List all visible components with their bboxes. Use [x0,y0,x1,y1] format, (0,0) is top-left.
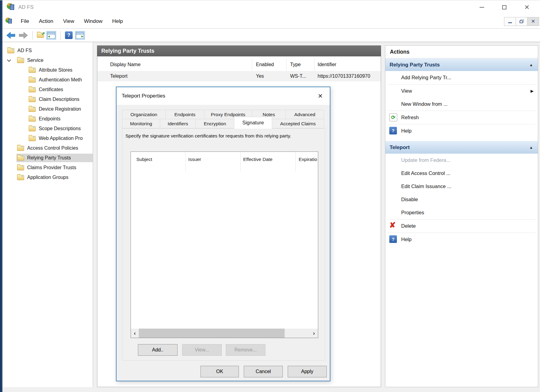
tree-item-access-control-policies[interactable]: Access Control Policies [2,143,93,153]
action-edit-access-control[interactable]: Edit Access Control ... [385,167,538,180]
column-expiration[interactable]: Expiratio [296,152,318,171]
tree-item-label: Scope Descriptions [39,126,81,131]
tab-accepted-claims[interactable]: Accepted Claims [272,119,324,128]
column-effective-date[interactable]: Effective Date [241,152,296,171]
ok-button[interactable]: OK [200,366,239,377]
column-issuer[interactable]: Issuer [186,152,241,171]
window-close-button[interactable]: ✕ [523,3,531,11]
folder-icon [7,48,14,53]
tree-item-authentication-methods[interactable]: Authentication Meth [2,75,93,85]
add-button[interactable]: Add.. [138,344,178,356]
column-display-name[interactable]: Display Name [97,58,252,71]
tab-signature[interactable]: Signature [234,117,272,129]
tab-description: Specify the signature verification certi… [125,132,314,139]
tree-item-relying-party-trusts[interactable]: Relying Party Trusts [2,153,93,163]
tree-item-label: Authentication Meth [39,77,82,83]
remove-button: Remove... [226,344,265,356]
mdi-restore-button[interactable] [516,17,527,26]
scroll-left-icon[interactable]: ‹ [131,329,139,338]
tree-item-endpoints[interactable]: Endpoints [2,114,93,124]
menu-bar: File Action View Window Help ✕ [2,14,540,29]
apply-button[interactable]: Apply [288,366,327,377]
action-new-window[interactable]: New Window from ... [385,98,538,111]
folder-icon [17,165,24,170]
tree-item-scope-descriptions[interactable]: Scope Descriptions [2,124,93,134]
action-view[interactable]: View ▶ [385,84,538,98]
show-action-pane-icon[interactable]: ▸ [75,31,85,40]
action-label: Add Relying Party Tr... [401,75,451,80]
folder-icon [29,116,36,122]
help-icon: ? [389,235,397,243]
action-delete[interactable]: ✘ Delete [385,219,538,233]
menu-window[interactable]: Window [79,16,107,26]
chevron-down-icon[interactable] [7,58,11,62]
tree-item-label: Access Control Policies [27,145,78,151]
back-icon[interactable] [6,32,16,39]
tree-item-claim-descriptions[interactable]: Claim Descriptions [2,94,93,104]
toolbar-separator [60,31,61,40]
tab-organization[interactable]: Organization [122,110,166,119]
table-row-teleport[interactable]: Teleport Yes WS-T... https://10701337160… [97,71,381,81]
tree-item-attribute-stores[interactable]: Attribute Stores [2,65,93,75]
tree-item-adfs[interactable]: AD FS [2,46,93,55]
folder-icon [17,175,24,180]
cancel-button[interactable]: Cancel [244,366,283,377]
tree-item-application-groups[interactable]: Application Groups [2,173,93,182]
tree-item-web-application-proxy[interactable]: Web Application Pro [2,134,93,143]
folder-icon [29,107,36,112]
forward-icon[interactable] [18,32,28,39]
folder-icon [17,58,24,63]
menu-help[interactable]: Help [107,16,128,26]
tab-endpoints[interactable]: Endpoints [165,110,204,119]
column-identifier[interactable]: Identifier [315,58,381,71]
action-label: Properties [401,210,424,216]
export-list-icon[interactable]: ➚ [37,33,44,38]
scroll-right-icon[interactable]: › [310,329,318,338]
tree-item-label: Application Groups [27,175,68,180]
tree-item-certificates[interactable]: Certificates [2,85,93,94]
window-maximize-button[interactable] [500,3,508,11]
section-header-label: Teleport [390,144,410,151]
tab-encryption[interactable]: Encryption [196,119,234,128]
dialog-title-bar: Teleport Properties ✕ [117,87,330,105]
window-minimize-button[interactable] [478,3,486,11]
action-properties[interactable]: Properties [385,206,538,219]
tab-identifiers[interactable]: Identifiers [160,119,196,128]
tree-item-label: Endpoints [39,116,60,122]
certificates-list: Subject Issuer Effective Date Expiratio … [131,151,318,338]
folder-icon [29,136,36,141]
tab-advanced[interactable]: Advanced [286,110,324,119]
show-console-tree-icon[interactable]: ◂ [46,31,56,40]
tree-item-service[interactable]: Service [2,55,93,65]
tree-item-claims-provider-trusts[interactable]: Claims Provider Trusts [2,163,93,173]
dialog-close-icon[interactable]: ✕ [313,91,327,101]
console-tree-panel: AD FS Service Attribute Stores Authentic… [2,42,93,387]
tab-monitoring[interactable]: Monitoring [122,119,160,128]
action-label: Edit Claim Issuance ... [401,184,451,189]
mdi-close-button[interactable]: ✕ [527,17,539,26]
actions-section-relying-party-trusts[interactable]: Relying Party Trusts ▲ [385,58,538,71]
adfs-window: AD FS ✕ File Action View Window Help [0,0,540,392]
collapse-icon[interactable]: ▲ [529,63,533,67]
action-edit-claim-issuance[interactable]: Edit Claim Issuance ... [385,180,538,193]
tree-item-label: Claims Provider Trusts [27,165,76,170]
column-subject[interactable]: Subject [131,152,186,171]
menu-view[interactable]: View [58,16,79,26]
action-add-relying-party-trust[interactable]: Add Relying Party Tr... [385,71,538,84]
horizontal-scrollbar[interactable]: ‹ › [131,329,318,338]
cell-display-name: Teleport [97,73,252,79]
collapse-icon[interactable]: ▲ [529,145,533,150]
action-help-teleport[interactable]: ? Help [385,233,538,246]
menu-file[interactable]: File [16,16,34,26]
actions-section-teleport[interactable]: Teleport ▲ [385,141,538,154]
action-refresh[interactable]: ⟳ Refresh [385,111,538,124]
column-enabled[interactable]: Enabled [252,58,286,71]
scrollbar-thumb[interactable] [139,329,285,338]
help-toolbar-icon[interactable]: ? [65,31,73,39]
column-type[interactable]: Type [286,58,315,71]
tree-item-device-registration[interactable]: Device Registration [2,104,93,114]
mdi-minimize-button[interactable] [504,17,516,26]
action-disable[interactable]: Disable [385,193,538,206]
action-help[interactable]: ? Help [385,124,538,137]
menu-action[interactable]: Action [34,16,58,26]
